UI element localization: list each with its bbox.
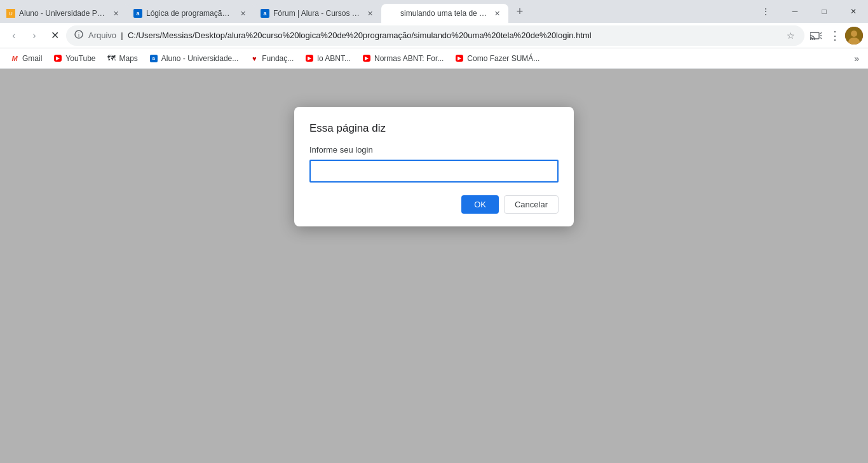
bookmark-como-fazer[interactable]: ▶ Como Fazer SUMÁ...: [450, 52, 545, 66]
bookmark-fundacao-label: Fundaç...: [262, 54, 294, 63]
modal-label: Informe seu login: [309, 145, 559, 155]
address-action-icons: ☆: [785, 30, 796, 41]
reload-button[interactable]: ✕: [46, 27, 64, 45]
bookmark-gmail[interactable]: M Gmail: [5, 52, 47, 66]
tab-forum[interactable]: a Fórum | Alura - Cursos online de ✕: [254, 4, 381, 23]
bookmark-normas-lo-label: lo ABNT...: [317, 54, 351, 63]
bookmark-youtube-label: YouTube: [65, 54, 95, 63]
tab-bar: U Aluno - Universidade Paulista - U ✕ a …: [0, 0, 868, 23]
bookmark-aluno-label: Aluno - Universidade...: [161, 54, 238, 63]
cast-icon[interactable]: [807, 27, 825, 45]
cancel-button[interactable]: Cancelar: [504, 195, 559, 214]
como-favicon: ▶: [455, 54, 464, 63]
tab-close-login[interactable]: ✕: [492, 8, 502, 18]
bookmark-fundacao[interactable]: ♥ Fundaç...: [245, 52, 299, 66]
close-button[interactable]: ✕: [839, 0, 868, 23]
address-text: Arquivo | C:/Users/Messias/Desktop/alura…: [88, 31, 780, 40]
bookmark-maps-label: Maps: [119, 54, 138, 63]
bookmark-normas-abnt[interactable]: ▶ Normas ABNT: For...: [357, 52, 449, 66]
bookmarks-bar: M Gmail ▶ YouTube 🗺 Maps a Aluno - Unive…: [0, 48, 868, 69]
bookmark-maps[interactable]: 🗺 Maps: [102, 52, 143, 66]
svg-text:i: i: [78, 32, 79, 38]
page-content: Essa página diz Informe seu login OK Can…: [0, 69, 868, 463]
tab-favicon-uni: U: [6, 9, 15, 18]
tab-title-login: simulando uma tela de login.htm: [400, 9, 488, 18]
tab-title-logica: Lógica de programação I: os prin: [146, 9, 234, 18]
minimize-button[interactable]: ─: [780, 0, 810, 23]
tab-title-forum: Fórum | Alura - Cursos online de: [273, 9, 361, 18]
youtube-favicon: ▶: [53, 54, 62, 63]
address-bar[interactable]: i Arquivo | C:/Users/Messias/Desktop/alu…: [66, 25, 804, 46]
tab-favicon-login: [388, 9, 397, 18]
bookmark-aluno[interactable]: a Aluno - Universidade...: [144, 52, 243, 66]
avatar[interactable]: [845, 27, 863, 45]
bookmark-normas-abnt-lo[interactable]: ▶ lo ABNT...: [300, 52, 356, 66]
toolbar: ‹ › ✕ i Arquivo | C:/Users/Messias/Deskt…: [0, 23, 868, 48]
gmail-favicon: M: [10, 54, 19, 63]
menu-icon[interactable]: ⋮: [826, 27, 844, 45]
settings-button[interactable]: ⋮: [751, 0, 780, 23]
window-controls: ⋮ ─ □ ✕: [751, 0, 868, 23]
security-icon: i: [74, 30, 83, 41]
forward-button[interactable]: ›: [25, 27, 43, 45]
maximize-button[interactable]: □: [810, 0, 839, 23]
tab-favicon-logica: a: [133, 9, 142, 18]
bookmark-normas-label: Normas ABNT: For...: [374, 54, 444, 63]
bookmark-youtube[interactable]: ▶ YouTube: [48, 52, 100, 66]
new-tab-button[interactable]: +: [511, 3, 529, 20]
tab-title-uni: Aluno - Universidade Paulista - U: [19, 9, 107, 18]
maps-favicon: 🗺: [107, 54, 116, 63]
normas-favicon: ▶: [362, 54, 371, 63]
tab-favicon-forum: a: [261, 9, 269, 18]
tab-uni[interactable]: U Aluno - Universidade Paulista - U ✕: [0, 4, 127, 23]
chrome-frame: U Aluno - Universidade Paulista - U ✕ a …: [0, 0, 868, 69]
ok-button[interactable]: OK: [461, 195, 499, 214]
fundacao-favicon: ♥: [250, 54, 259, 63]
bookmark-como-label: Como Fazer SUMÁ...: [467, 54, 539, 63]
modal-overlay: Essa página diz Informe seu login OK Can…: [0, 69, 868, 463]
modal-title: Essa página diz: [309, 122, 559, 135]
tab-close-forum[interactable]: ✕: [365, 8, 375, 18]
normas-lo-favicon: ▶: [305, 54, 314, 63]
toolbar-right: ⋮: [807, 27, 863, 45]
modal-dialog: Essa página diz Informe seu login OK Can…: [294, 107, 574, 226]
bookmark-icon[interactable]: ☆: [785, 30, 796, 41]
tab-login[interactable]: simulando uma tela de login.htm ✕: [381, 4, 508, 23]
modal-buttons: OK Cancelar: [309, 195, 559, 214]
bookmark-gmail-label: Gmail: [22, 54, 42, 63]
back-button[interactable]: ‹: [5, 27, 23, 45]
svg-point-5: [851, 31, 857, 37]
tab-close-uni[interactable]: ✕: [111, 8, 121, 18]
aluno-favicon: a: [149, 54, 158, 63]
tab-close-logica[interactable]: ✕: [238, 8, 248, 18]
bookmarks-more-button[interactable]: »: [850, 51, 863, 66]
svg-point-3: [810, 39, 811, 40]
tab-logica[interactable]: a Lógica de programação I: os prin ✕: [127, 4, 254, 23]
login-input[interactable]: [309, 160, 559, 183]
